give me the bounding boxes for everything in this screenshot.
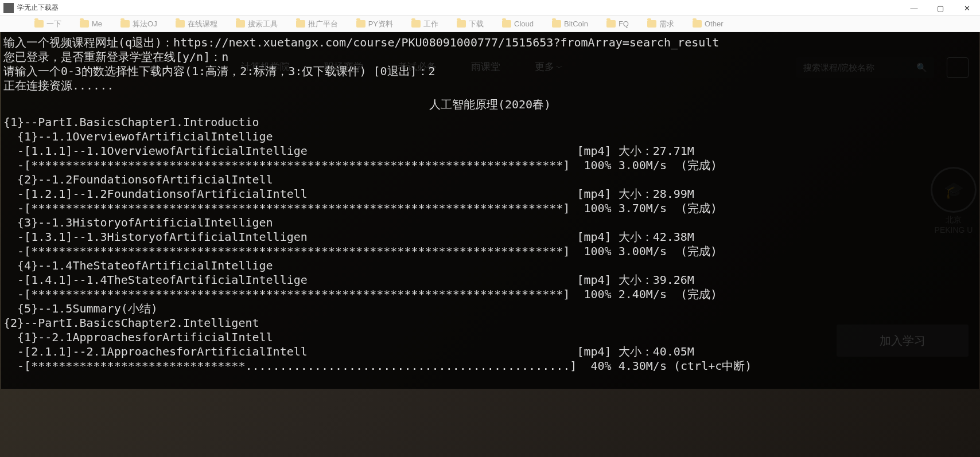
folder-icon — [34, 20, 44, 28]
bookmark-label: Other — [705, 19, 724, 28]
bookmark-item[interactable]: 下载 — [457, 19, 484, 29]
folder-icon — [606, 20, 616, 28]
bookmark-item[interactable]: Me — [80, 19, 102, 28]
bookmark-label: 需求 — [659, 19, 674, 29]
prompt-line-1: 输入一个视频课程网址(q退出)：https://next.xuetangx.co… — [3, 36, 719, 49]
bookmark-label: 推广平台 — [308, 19, 338, 29]
bookmark-label: 下载 — [469, 19, 484, 29]
maximize-button[interactable]: ▢ — [927, 0, 954, 16]
bookmark-item[interactable]: 一下 — [34, 19, 61, 29]
bookmark-label: Me — [92, 19, 102, 28]
bookmark-item[interactable]: Other — [693, 19, 724, 28]
bookmark-label: BitCoin — [564, 19, 588, 28]
folder-icon — [552, 20, 561, 28]
bookmark-item[interactable]: 算法OJ — [120, 19, 157, 29]
prompt-line-4: 正在连接资源...... — [3, 79, 114, 92]
bookmark-label: 搜索工具 — [248, 19, 278, 29]
bookmark-item[interactable]: 推广平台 — [296, 19, 338, 29]
terminal-output[interactable]: 输入一个视频课程网址(q退出)：https://next.xuetangx.co… — [1, 32, 979, 389]
folder-icon — [80, 20, 89, 28]
bookmark-label: PY资料 — [368, 19, 393, 29]
bookmark-label: Cloud — [514, 19, 534, 28]
folder-icon — [296, 20, 305, 28]
prompt-line-2: 您已登录，是否重新登录学堂在线[y/n]：n — [3, 50, 228, 64]
bookmark-item[interactable]: 工作 — [411, 19, 438, 29]
folder-icon — [647, 20, 656, 28]
minimize-button[interactable]: ― — [901, 0, 927, 16]
folder-icon — [236, 20, 245, 28]
bookmark-label: 在线课程 — [188, 19, 217, 29]
download-tree: {1}--PartI.BasicsChapter1.Introductio {1… — [3, 115, 752, 373]
bookmark-item[interactable]: FQ — [606, 19, 629, 28]
window-titlebar: 学无止下载器 ― ▢ ✕ — [0, 0, 980, 16]
bookmark-item[interactable]: Cloud — [502, 19, 534, 28]
folder-icon — [411, 20, 421, 28]
folder-icon — [693, 20, 702, 28]
course-title: 人工智能原理(2020春) — [3, 93, 977, 115]
window-title: 学无止下载器 — [17, 3, 59, 13]
bookmark-item[interactable]: 在线课程 — [176, 19, 217, 29]
prompt-line-3: 请输入一个0-3的数选择性下载内容(1:高清，2:标清，3:仅下载课件) [0退… — [3, 64, 435, 78]
folder-icon — [356, 20, 365, 28]
folder-icon — [457, 20, 466, 28]
bookmark-item[interactable]: 搜索工具 — [236, 19, 278, 29]
folder-icon — [502, 20, 511, 28]
bookmarks-bar: 一下Me算法OJ在线课程搜索工具推广平台PY资料工作下载CloudBitCoin… — [0, 16, 980, 32]
bookmark-label: 工作 — [423, 19, 438, 29]
bookmark-label: 一下 — [46, 19, 61, 29]
folder-icon — [120, 20, 130, 28]
close-button[interactable]: ✕ — [954, 0, 980, 16]
app-icon — [3, 3, 14, 13]
bookmark-label: 算法OJ — [133, 19, 157, 29]
bookmark-label: FQ — [619, 19, 629, 28]
folder-icon — [176, 20, 185, 28]
bookmark-item[interactable]: BitCoin — [552, 19, 588, 28]
bookmark-item[interactable]: PY资料 — [356, 19, 393, 29]
bookmark-item[interactable]: 需求 — [647, 19, 674, 29]
